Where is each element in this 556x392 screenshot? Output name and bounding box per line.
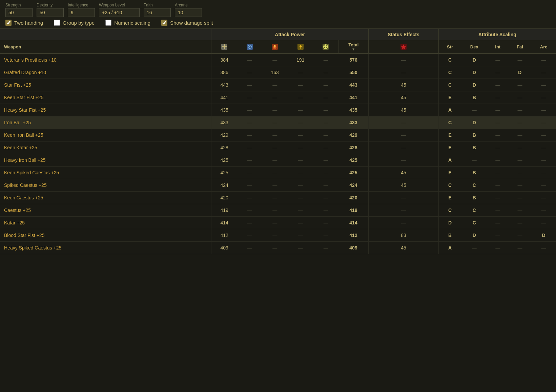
table-cell: 550 <box>338 66 369 79</box>
table-cell: 428 <box>338 141 369 154</box>
numeric-scaling-checkbox[interactable]: Numeric scaling <box>105 20 150 26</box>
numeric-scaling-input[interactable] <box>105 20 111 26</box>
table-cell: — <box>509 179 532 192</box>
table-cell: Veteran's Prosthesis +10 <box>0 53 211 66</box>
table-cell: 420 <box>338 192 369 204</box>
table-cell: — <box>262 129 288 141</box>
table-cell: — <box>313 242 338 254</box>
faith-input[interactable] <box>144 8 171 17</box>
table-cell: 414 <box>211 217 237 229</box>
table-cell: — <box>313 204 338 217</box>
table-cell: — <box>262 167 288 179</box>
holy-icon-header <box>313 40 338 54</box>
table-cell: Keen Spiked Caestus +25 <box>0 167 211 179</box>
table-cell: 435 <box>338 104 369 116</box>
table-cell: — <box>487 116 509 129</box>
table-cell: — <box>288 79 313 91</box>
table-cell: — <box>531 104 556 116</box>
weapon-level-box: Weapon Level +25 / +10 +24 / +9 +20 / +8… <box>99 3 140 17</box>
strength-input[interactable] <box>5 8 33 17</box>
table-cell: D <box>461 116 487 129</box>
table-cell: — <box>237 242 262 254</box>
table-cell: — <box>487 91 509 104</box>
table-cell: — <box>237 141 262 154</box>
table-row: Veteran's Prosthesis +10384——191—576—CD—… <box>0 53 556 66</box>
table-cell: — <box>461 242 487 254</box>
table-cell: — <box>487 229 509 242</box>
table-cell: — <box>262 179 288 192</box>
table-cell: D <box>461 66 487 79</box>
table-cell: D <box>461 53 487 66</box>
table-row: Keen Iron Ball +25429————429—EB——— <box>0 129 556 141</box>
table-cell: 443 <box>211 79 237 91</box>
table-cell: — <box>487 204 509 217</box>
table-cell: — <box>531 66 556 79</box>
table-cell: C <box>461 179 487 192</box>
table-cell: 429 <box>338 129 369 141</box>
table-cell: B <box>461 91 487 104</box>
table-cell: Heavy Iron Ball +25 <box>0 154 211 167</box>
table-cell: — <box>369 53 438 66</box>
table-cell: B <box>461 167 487 179</box>
table-cell: — <box>487 66 509 79</box>
table-row: Keen Spiked Caestus +25425————42545EB——— <box>0 167 556 179</box>
table-cell: — <box>369 66 438 79</box>
table-cell: — <box>461 104 487 116</box>
table-cell: A <box>438 154 461 167</box>
table-cell: — <box>237 129 262 141</box>
table-cell: 409 <box>338 242 369 254</box>
table-cell: 45 <box>369 242 438 254</box>
table-cell: Keen Iron Ball +25 <box>0 129 211 141</box>
table-cell: C <box>438 179 461 192</box>
strength-label: Strength <box>5 3 33 7</box>
table-cell: — <box>313 91 338 104</box>
sort-arrow: ▼ <box>352 47 355 51</box>
table-cell: — <box>509 91 532 104</box>
table-cell: 435 <box>211 104 237 116</box>
table-cell: B <box>438 229 461 242</box>
table-cell: E <box>438 141 461 154</box>
show-damage-split-checkbox[interactable]: Show damage split <box>161 20 213 26</box>
table-cell: C <box>461 217 487 229</box>
total-col-header[interactable]: Total ▼ <box>338 40 369 54</box>
table-cell: — <box>262 192 288 204</box>
table-cell: C <box>438 53 461 66</box>
table-row: Heavy Star Fist +25435————43545A———— <box>0 104 556 116</box>
table-cell: — <box>531 129 556 141</box>
table-cell: — <box>288 141 313 154</box>
table-cell: — <box>313 104 338 116</box>
table-cell: — <box>288 192 313 204</box>
table-cell: — <box>262 91 288 104</box>
table-cell: 433 <box>338 116 369 129</box>
table-cell: A <box>438 242 461 254</box>
table-cell: 386 <box>211 66 237 79</box>
table-cell: E <box>438 192 461 204</box>
arcane-input[interactable] <box>175 8 202 17</box>
table-cell: — <box>237 204 262 217</box>
table-cell: — <box>288 116 313 129</box>
two-handing-checkbox[interactable]: Two handing <box>5 20 43 26</box>
table-cell: — <box>313 79 338 91</box>
group-by-type-checkbox[interactable]: Group by type <box>54 20 95 26</box>
two-handing-input[interactable] <box>5 20 12 26</box>
group-by-type-input[interactable] <box>54 20 60 26</box>
show-damage-split-input[interactable] <box>161 20 167 26</box>
table-container: Attack Power Status Effects Attribute Sc… <box>0 29 556 254</box>
weapon-level-select[interactable]: +25 / +10 +24 / +9 +20 / +8 +15 / +6 +10… <box>99 8 140 17</box>
table-cell: — <box>509 167 532 179</box>
table-cell: 441 <box>338 91 369 104</box>
intelligence-input[interactable] <box>68 8 95 17</box>
table-cell: 412 <box>338 229 369 242</box>
table-cell: — <box>487 79 509 91</box>
table-cell: 425 <box>338 154 369 167</box>
dexterity-box: Dexterity <box>37 3 64 17</box>
dexterity-input[interactable] <box>37 8 64 17</box>
attribute-scaling-section-header: Attribute Scaling <box>438 29 556 40</box>
table-cell: — <box>262 116 288 129</box>
table-row: Grafted Dragon +10386—163——550—CD—D— <box>0 66 556 79</box>
table-cell: 45 <box>369 104 438 116</box>
table-cell: — <box>262 53 288 66</box>
table-cell: — <box>288 154 313 167</box>
table-cell: E <box>438 91 461 104</box>
table-cell: — <box>531 141 556 154</box>
